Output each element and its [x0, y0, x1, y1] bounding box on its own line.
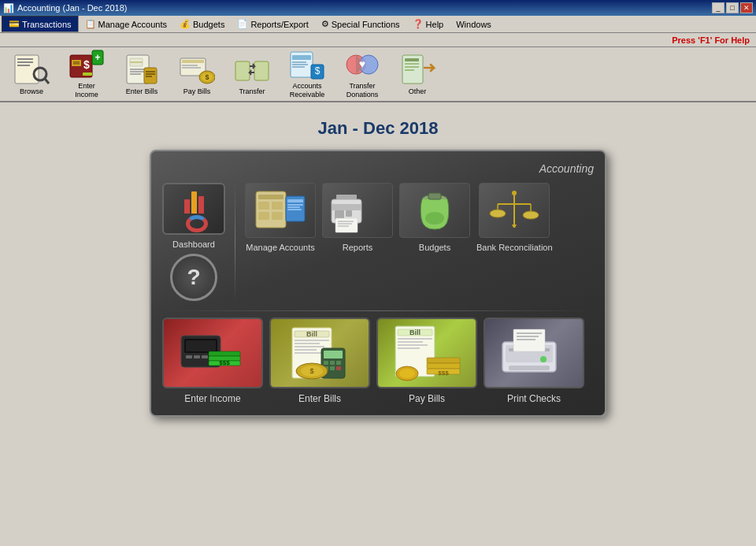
bank-recon-panel-label: Bank Reconciliation — [476, 243, 553, 252]
menu-manage-accounts-label: Manage Accounts — [98, 20, 167, 29]
title-bar-title: 📊 Accounting (Jan - Dec 2018) — [3, 3, 127, 13]
accounting-panel: Accounting Dashboard ? — [150, 150, 606, 417]
dashboard-icon-box[interactable] — [162, 183, 225, 235]
toolbar-pay-bills[interactable]: $ Pay Bills — [170, 50, 224, 98]
minimize-button[interactable]: _ — [712, 2, 724, 13]
svg-rect-113 — [398, 344, 428, 346]
svg-rect-99 — [324, 361, 328, 365]
menu-reports-export[interactable]: 📄 Reports/Export — [231, 16, 314, 32]
accounts-receivable-icon: $ — [288, 49, 326, 80]
svg-rect-92 — [295, 340, 329, 341]
enter-income-large-label: Enter Income — [184, 393, 240, 404]
menu-budgets-label: Budgets — [193, 20, 224, 29]
menu-transactions[interactable]: 💳 Transactions — [2, 16, 79, 32]
svg-rect-70 — [428, 193, 441, 199]
question-circle[interactable]: ? — [170, 254, 217, 301]
svg-rect-37 — [292, 66, 305, 68]
svg-point-128 — [540, 356, 547, 362]
svg-rect-56 — [287, 204, 303, 206]
svg-rect-125 — [517, 332, 542, 334]
budgets-item[interactable]: Budgets — [399, 183, 470, 252]
svg-rect-65 — [338, 221, 354, 222]
enter-bills-large-item[interactable]: Bill — [269, 318, 370, 404]
pay-bills-large-label: Pay Bills — [409, 393, 445, 404]
other-icon — [398, 53, 436, 86]
budgets-panel-label: Budgets — [419, 243, 450, 252]
svg-rect-27 — [182, 67, 201, 69]
svg-rect-80 — [186, 340, 216, 351]
svg-rect-111 — [398, 338, 432, 340]
svg-text:$: $ — [309, 367, 313, 375]
menu-help[interactable]: ❓ Help — [406, 16, 450, 32]
menu-special-functions[interactable]: ⚙ Special Functions — [315, 16, 406, 32]
svg-rect-101 — [336, 361, 341, 365]
menu-special-functions-label: Special Functions — [332, 20, 400, 29]
maximize-button[interactable]: □ — [726, 2, 739, 13]
svg-rect-32 — [254, 61, 269, 80]
svg-rect-21 — [146, 71, 155, 72]
toolbar-transfer[interactable]: Transfer — [225, 50, 279, 98]
svg-rect-31 — [235, 61, 250, 80]
print-checks-large-label: Print Checks — [507, 393, 561, 404]
transfer-donations-icon: ♥ — [343, 49, 381, 80]
close-button[interactable]: ✕ — [740, 2, 753, 13]
svg-point-75 — [490, 210, 506, 217]
toolbar-enter-bills[interactable]: Enter Bills — [115, 50, 169, 98]
reports-item[interactable]: Reports — [322, 183, 393, 252]
toolbar-transfer-donations[interactable]: ♥ TransferDonations — [335, 50, 389, 98]
menu-windows[interactable]: Windows — [450, 16, 498, 32]
svg-rect-93 — [295, 343, 320, 344]
title-bar-controls: _ □ ✕ — [712, 2, 753, 13]
svg-rect-49 — [258, 195, 284, 199]
manage-accounts-item[interactable]: Manage Accounts — [245, 183, 316, 252]
print-checks-large-box — [484, 318, 584, 388]
svg-rect-3 — [17, 65, 30, 66]
svg-rect-2 — [17, 61, 33, 63]
top-icons: Manage Accounts — [245, 183, 594, 301]
separator — [235, 183, 235, 301]
toolbar-enter-income[interactable]: $ + EnterIncome — [60, 50, 113, 98]
svg-rect-83 — [202, 355, 208, 358]
budgets-menu-icon: 💰 — [180, 19, 191, 29]
bank-recon-item[interactable]: Bank Reconciliation — [476, 183, 553, 252]
svg-point-77 — [512, 191, 517, 195]
svg-rect-61 — [332, 204, 361, 210]
app-icon: 📊 — [3, 3, 14, 13]
svg-text:$$$: $$$ — [219, 359, 230, 366]
toolbar-other[interactable]: Other — [391, 50, 444, 98]
accounts-receivable-label: AccountsReceivable — [290, 82, 325, 99]
dashboard-section: Dashboard ? — [162, 183, 225, 301]
svg-rect-44 — [405, 58, 419, 61]
svg-line-5 — [45, 79, 49, 84]
svg-rect-95 — [295, 349, 317, 351]
manage-accounts-panel-label: Manage Accounts — [246, 243, 314, 252]
transfer-icon — [233, 53, 271, 86]
browse-icon — [13, 53, 50, 86]
menu-transactions-label: Transactions — [22, 20, 72, 29]
svg-text:Bill: Bill — [410, 329, 421, 336]
menu-budgets[interactable]: 💰 Budgets — [173, 16, 231, 32]
svg-rect-35 — [292, 61, 306, 63]
svg-rect-85 — [209, 351, 240, 356]
print-checks-large-item[interactable]: Print Checks — [484, 318, 584, 404]
svg-rect-8 — [73, 61, 80, 63]
toolbar: Browse $ + EnterIncome — [0, 47, 756, 102]
title-bar-text: Accounting (Jan - Dec 2018) — [17, 3, 127, 13]
toolbar-accounts-receivable[interactable]: $ AccountsReceivable — [280, 50, 334, 98]
svg-point-120 — [399, 369, 415, 378]
svg-rect-114 — [398, 347, 420, 349]
svg-rect-23 — [146, 76, 152, 77]
svg-rect-22 — [146, 73, 155, 75]
svg-rect-94 — [295, 346, 324, 347]
svg-rect-96 — [295, 352, 321, 354]
svg-rect-45 — [405, 63, 419, 65]
pay-bills-large-item[interactable]: Bill $$$ Pay Bill — [376, 318, 477, 404]
toolbar-browse[interactable]: Browse — [5, 50, 58, 98]
enter-income-label: EnterIncome — [75, 82, 98, 99]
svg-rect-1 — [17, 58, 33, 60]
svg-rect-116 — [427, 363, 460, 369]
other-label: Other — [409, 87, 427, 96]
svg-rect-25 — [182, 60, 204, 63]
enter-income-large-item[interactable]: $$$ Enter Income — [162, 318, 263, 404]
menu-manage-accounts[interactable]: 📋 Manage Accounts — [79, 16, 173, 32]
